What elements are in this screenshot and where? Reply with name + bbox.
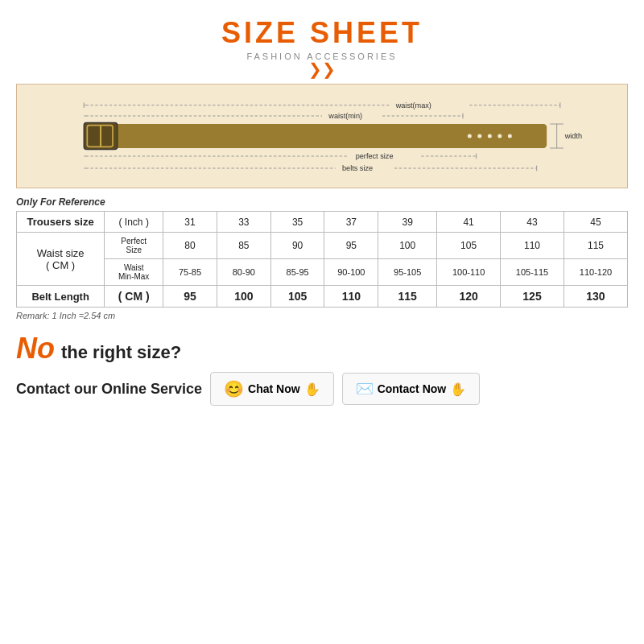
trousers-size-label: Trousers size (17, 212, 105, 233)
ps-39: 100 (378, 233, 437, 259)
wm-33: 80-90 (217, 259, 270, 286)
size-31: 31 (163, 212, 217, 233)
chat-now-label: Chat Now (248, 382, 300, 395)
size-45: 45 (564, 212, 627, 233)
ps-33: 85 (217, 233, 270, 259)
svg-point-19 (508, 134, 512, 138)
bl-45: 130 (564, 286, 627, 308)
hand-icon-chat: ✋ (304, 382, 320, 397)
ps-31: 80 (163, 233, 217, 259)
bl-31: 95 (163, 286, 217, 308)
belt-length-row: Belt Length ( CM ) 95 100 105 110 115 12… (17, 286, 628, 308)
bl-43: 125 (501, 286, 564, 308)
svg-point-17 (488, 134, 492, 138)
hand-icon-contact: ✋ (450, 382, 466, 397)
svg-text:waist(max): waist(max) (395, 101, 431, 109)
mail-icon: ✉️ (356, 380, 374, 398)
size-43: 43 (501, 212, 564, 233)
ps-41: 105 (437, 233, 501, 259)
size-35: 35 (270, 212, 324, 233)
bl-39: 115 (378, 286, 437, 308)
right-size-text: the right size? (61, 342, 181, 363)
ps-43: 110 (501, 233, 564, 259)
svg-text:perfect size: perfect size (356, 152, 394, 160)
no-text: No (16, 332, 55, 365)
remark-text: Remark: 1 Inch =2.54 cm (16, 311, 628, 320)
svg-text:width: width (564, 132, 582, 140)
size-37: 37 (324, 212, 378, 233)
wm-37: 90-100 (324, 259, 378, 286)
belt-length-label: Belt Length (17, 286, 105, 308)
chevron-icon: ❯❯ (16, 61, 628, 77)
wm-35: 85-95 (270, 259, 324, 286)
size-table: Trousers size ( Inch ) 31 33 35 37 39 41… (16, 211, 628, 308)
bl-41: 120 (437, 286, 501, 308)
contact-now-label: Contact Now (378, 382, 447, 395)
belt-svg: waist(max) waist(min) (31, 96, 613, 176)
perfect-size-row: Waist size( CM ) PerfectSize 80 85 90 95… (17, 233, 628, 259)
size-41: 41 (437, 212, 501, 233)
size-39: 39 (378, 212, 437, 233)
ps-45: 115 (564, 233, 627, 259)
bl-33: 100 (217, 286, 270, 308)
svg-point-18 (497, 134, 502, 138)
page-title: SIZE SHEET (16, 16, 628, 50)
wm-45: 110-120 (564, 259, 627, 286)
waist-size-label: Waist size( CM ) (17, 233, 105, 286)
bl-35: 105 (270, 286, 324, 308)
size-33: 33 (217, 212, 270, 233)
ps-35: 90 (270, 233, 324, 259)
belt-diagram-section: waist(max) waist(min) (16, 84, 628, 188)
contact-our-label: Contact our Online Service (16, 381, 202, 398)
reference-note: Only For Reference (16, 196, 628, 208)
belt-unit-label: ( CM ) (105, 286, 163, 308)
header-section: SIZE SHEET FASHION ACCESSORIES ❯❯ (16, 16, 628, 77)
size-table-section: Only For Reference Trousers size ( Inch … (16, 196, 628, 320)
svg-text:waist(min): waist(min) (328, 112, 362, 120)
wm-41: 100-110 (437, 259, 501, 286)
svg-rect-11 (84, 124, 547, 148)
svg-point-16 (477, 134, 481, 138)
contact-line: Contact our Online Service 😊 Chat Now ✋ … (16, 372, 628, 406)
bl-37: 110 (324, 286, 378, 308)
no-size-line: No the right size? (16, 332, 628, 365)
svg-text:belts size: belts size (342, 164, 373, 172)
wm-43: 105-115 (501, 259, 564, 286)
inch-label: ( Inch ) (105, 212, 163, 233)
table-header-row: Trousers size ( Inch ) 31 33 35 37 39 41… (17, 212, 628, 233)
wm-31: 75-85 (163, 259, 217, 286)
perfect-size-sublabel: PerfectSize (105, 233, 163, 259)
chat-now-button[interactable]: 😊 Chat Now ✋ (210, 372, 334, 406)
contact-now-button[interactable]: ✉️ Contact Now ✋ (342, 373, 481, 405)
svg-point-15 (468, 134, 472, 138)
waist-minmax-row: WaistMin-Max 75-85 80-90 85-95 90-100 95… (17, 259, 628, 286)
waist-minmax-sublabel: WaistMin-Max (105, 259, 163, 286)
ps-37: 95 (324, 233, 378, 259)
chat-icon: 😊 (224, 379, 244, 398)
bottom-section: No the right size? Contact our Online Se… (16, 332, 628, 406)
wm-39: 95-105 (378, 259, 437, 286)
